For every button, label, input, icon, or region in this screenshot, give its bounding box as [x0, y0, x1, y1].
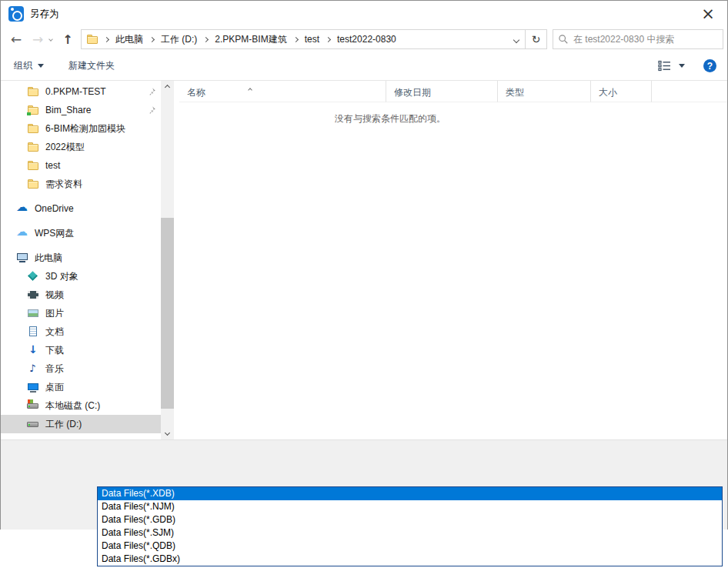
new-folder-label: 新建文件夹 [68, 59, 115, 72]
sidebar-item-本地磁盘 (C:)[interactable]: 本地磁盘 (C:) [1, 396, 161, 415]
breadcrumb-item[interactable]: test [305, 34, 319, 45]
video-icon [27, 289, 40, 301]
breadcrumb-separator-icon [326, 36, 331, 42]
toolbar-right-group: ? [658, 59, 716, 72]
sidebar-item-2022模型[interactable]: 2022模型 [1, 138, 161, 156]
breadcrumb-item[interactable]: test2022-0830 [337, 34, 396, 45]
sidebar-item-6-BIM检测加固模块[interactable]: 6-BIM检测加固模块 [1, 119, 161, 138]
pin-icon [147, 105, 156, 115]
sidebar-item-图片[interactable]: 图片 [1, 304, 161, 322]
title-bar: 另存为 × [1, 1, 727, 27]
computer-icon [16, 252, 29, 264]
sidebar-item-需求资料[interactable]: 需求资料 [1, 175, 161, 193]
sidebar-item-桌面[interactable]: 桌面 [1, 378, 161, 396]
breadcrumb-separator-icon [149, 36, 155, 42]
sidebar-item-3D 对象[interactable]: 3D 对象 [1, 267, 161, 286]
savetype-option[interactable]: Data Files(*.QDB) [98, 540, 722, 553]
pin-icon [147, 87, 156, 96]
organize-button[interactable]: 组织 [14, 59, 44, 72]
music-icon: ♪ [27, 363, 40, 375]
desktop-icon [27, 381, 40, 393]
savetype-option[interactable]: Data Files(*.GDBx) [98, 553, 722, 566]
main-area: 0.PKPM-TEST Bim_Share 6-BIM检测加固模块 2022模型… [1, 81, 727, 439]
help-icon[interactable]: ? [703, 59, 716, 72]
folder-icon [27, 85, 40, 98]
history-dropdown-icon[interactable] [47, 38, 55, 41]
folder-icon [27, 141, 40, 153]
app-logo-icon [8, 6, 24, 22]
image-icon [27, 307, 40, 319]
savetype-option[interactable]: Data Files(*.XDB) [98, 487, 722, 500]
folder-icon [27, 122, 40, 135]
sidebar-item-视频[interactable]: 视频 [1, 286, 161, 304]
column-header-修改日期[interactable]: 修改日期 [386, 81, 498, 102]
cube-icon [27, 270, 40, 282]
savetype-dropdown-list: Data Files(*.XDB)Data Files(*.NJM)Data F… [97, 486, 723, 566]
search-input[interactable] [573, 34, 718, 45]
drive-icon [27, 418, 40, 430]
folder-icon [86, 33, 99, 45]
command-toolbar: 组织 新建文件夹 ? [1, 52, 727, 81]
sidebar-scrollbar[interactable] [161, 81, 174, 439]
navigation-pane: 0.PKPM-TEST Bim_Share 6-BIM检测加固模块 2022模型… [1, 81, 179, 439]
up-button[interactable]: ↑ [61, 32, 75, 47]
column-header-类型[interactable]: 类型 [498, 81, 591, 102]
sort-ascending-icon [249, 83, 252, 94]
sidebar-item-OneDrive[interactable]: ☁ OneDrive [1, 199, 161, 218]
refresh-button[interactable]: ↻ [526, 29, 547, 49]
column-header-名称[interactable]: 名称 [179, 81, 386, 102]
address-bar[interactable]: 此电脑工作 (D:)2.PKPM-BIM建筑testtest2022-0830 [81, 29, 526, 49]
folder-tree: 0.PKPM-TEST Bim_Share 6-BIM检测加固模块 2022模型… [1, 81, 161, 433]
cloud-icon: ☁ [16, 202, 29, 215]
search-box[interactable] [553, 29, 723, 49]
save-as-dialog: 另存为 × ← → ↑ 此电脑工作 (D:)2.PKPM-BIM建筑testte… [0, 0, 728, 530]
chevron-down-icon [38, 64, 44, 68]
address-dropdown-icon[interactable] [514, 34, 519, 45]
sidebar-item-工作 (D:)[interactable]: 工作 (D:) [1, 415, 161, 433]
breadcrumb-item[interactable]: 此电脑 [115, 33, 143, 46]
sidebar-item-Bim_Share[interactable]: Bim_Share [1, 101, 161, 119]
download-icon: ↓ [27, 344, 40, 356]
dialog-title: 另存为 [30, 8, 59, 21]
breadcrumb: 此电脑工作 (D:)2.PKPM-BIM建筑testtest2022-0830 [105, 33, 396, 46]
column-header-row: 名称修改日期类型大小 [179, 81, 727, 102]
breadcrumb-separator-icon [203, 36, 209, 42]
close-icon[interactable]: × [696, 2, 720, 25]
column-header-大小[interactable]: 大小 [591, 81, 652, 102]
back-button[interactable]: ← [8, 32, 24, 47]
file-list: 名称修改日期类型大小 没有与搜索条件匹配的项。 [179, 81, 727, 439]
breadcrumb-separator-icon [104, 36, 109, 42]
folder-icon [27, 159, 40, 172]
sidebar-item-下载[interactable]: ↓ 下载 [1, 341, 161, 359]
scrollbar-thumb[interactable] [161, 218, 174, 409]
savetype-option[interactable]: Data Files(*.NJM) [98, 500, 722, 513]
drive-system-icon [27, 399, 40, 412]
breadcrumb-item[interactable]: 2.PKPM-BIM建筑 [215, 33, 286, 46]
column-header-filler [652, 81, 727, 102]
sidebar-item-此电脑[interactable]: 此电脑 [1, 249, 161, 267]
folder-shared-icon [27, 104, 40, 116]
empty-message: 没有与搜索条件匹配的项。 [335, 112, 446, 125]
breadcrumb-separator-icon [293, 36, 299, 42]
document-icon [27, 326, 40, 338]
folder-icon [27, 178, 40, 190]
new-folder-button[interactable]: 新建文件夹 [68, 59, 115, 72]
sidebar-item-WPS网盘[interactable]: ☁ WPS网盘 [1, 224, 161, 242]
sidebar-item-test[interactable]: test [1, 156, 161, 175]
savetype-option[interactable]: Data Files(*.GDB) [98, 513, 722, 526]
sidebar-item-文档[interactable]: 文档 [1, 322, 161, 341]
savetype-option[interactable]: Data Files(*.SJM) [98, 526, 722, 540]
search-icon [558, 34, 569, 45]
navigation-bar: ← → ↑ 此电脑工作 (D:)2.PKPM-BIM建筑testtest2022… [1, 27, 727, 52]
organize-label: 组织 [14, 59, 32, 72]
view-details-icon[interactable] [658, 60, 671, 72]
scroll-down-icon[interactable] [161, 426, 174, 439]
forward-button: → [30, 32, 45, 47]
cloud-outline-icon: ☁ [16, 227, 29, 239]
sidebar-item-音乐[interactable]: ♪ 音乐 [1, 359, 161, 378]
sidebar-item-0.PKPM-TEST[interactable]: 0.PKPM-TEST [1, 82, 161, 101]
breadcrumb-item[interactable]: 工作 (D:) [161, 33, 197, 46]
view-options-chevron-icon[interactable] [679, 64, 685, 68]
scroll-up-icon[interactable] [161, 81, 174, 94]
